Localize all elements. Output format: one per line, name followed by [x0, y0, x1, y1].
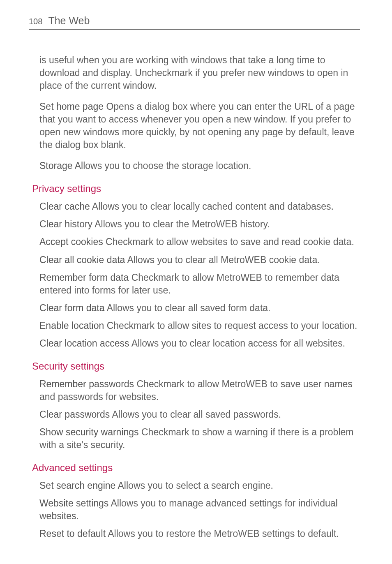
intro-paragraph: is useful when you are working with wind…: [39, 54, 360, 92]
remember-form-data-item: Remember form data Checkmark to allow Me…: [39, 271, 360, 297]
enable-location-label: Enable location: [39, 320, 104, 331]
reset-to-default-label: Reset to default: [39, 528, 106, 539]
remember-form-data-label: Remember form data: [39, 272, 129, 283]
storage-item: Storage Allows you to choose the storage…: [39, 159, 360, 172]
clear-passwords-desc: Allows you to clear all saved passwords.: [110, 409, 281, 420]
clear-all-cookie-data-label: Clear all cookie data: [39, 254, 125, 265]
set-search-engine-item: Set search engine Allows you to select a…: [39, 479, 360, 492]
website-settings-item: Website settings Allows you to manage ad…: [39, 497, 360, 522]
set-home-page-item: Set home page Opens a dialog box where y…: [39, 100, 360, 151]
enable-location-item: Enable location Checkmark to allow sites…: [39, 319, 360, 332]
set-search-engine-desc: Allows you to select a search engine.: [115, 480, 273, 491]
show-security-warnings-label: Show security warnings: [39, 427, 139, 437]
clear-location-access-desc: Allows you to clear location access for …: [129, 338, 345, 349]
clear-form-data-item: Clear form data Allows you to clear all …: [39, 302, 360, 314]
storage-desc: Allows you to choose the storage locatio…: [73, 160, 251, 171]
clear-location-access-label: Clear location access: [39, 338, 129, 349]
enable-location-desc: Checkmark to allow sites to request acce…: [104, 320, 357, 331]
clear-history-label: Clear history: [39, 219, 92, 229]
security-settings-heading: Security settings: [32, 361, 360, 372]
website-settings-label: Website settings: [39, 498, 108, 509]
clear-location-access-item: Clear location access Allows you to clea…: [39, 337, 360, 350]
page-header: 108 The Web: [29, 15, 360, 30]
storage-label: Storage: [39, 160, 73, 171]
document-page: 108 The Web is useful when you are worki…: [0, 0, 392, 564]
set-home-page-label: Set home page: [39, 101, 104, 112]
clear-passwords-item: Clear passwords Allows you to clear all …: [39, 408, 360, 421]
clear-all-cookie-data-desc: Allows you to clear all MetroWEB cookie …: [125, 254, 320, 265]
remember-passwords-label: Remember passwords: [39, 379, 134, 389]
clear-all-cookie-data-item: Clear all cookie data Allows you to clea…: [39, 254, 360, 266]
clear-form-data-desc: Allows you to clear all saved form data.: [105, 303, 271, 313]
remember-passwords-item: Remember passwords Checkmark to allow Me…: [39, 378, 360, 403]
privacy-settings-heading: Privacy settings: [32, 183, 360, 194]
reset-to-default-desc: Allows you to restore the MetroWEB setti…: [106, 528, 339, 539]
advanced-settings-heading: Advanced settings: [32, 462, 360, 474]
accept-cookies-label: Accept cookies: [39, 236, 103, 247]
clear-history-desc: Allows you to clear the MetroWEB history…: [92, 219, 270, 229]
accept-cookies-desc: Checkmark to allow websites to save and …: [103, 236, 354, 247]
accept-cookies-item: Accept cookies Checkmark to allow websit…: [39, 236, 360, 248]
clear-form-data-label: Clear form data: [39, 303, 105, 313]
clear-cache-item: Clear cache Allows you to clear locally …: [39, 200, 360, 213]
page-title: The Web: [48, 15, 90, 27]
reset-to-default-item: Reset to default Allows you to restore t…: [39, 527, 360, 540]
clear-passwords-label: Clear passwords: [39, 409, 110, 420]
clear-history-item: Clear history Allows you to clear the Me…: [39, 218, 360, 231]
clear-cache-desc: Allows you to clear locally cached conte…: [90, 201, 334, 212]
set-search-engine-label: Set search engine: [39, 480, 115, 491]
clear-cache-label: Clear cache: [39, 201, 90, 212]
show-security-warnings-item: Show security warnings Checkmark to show…: [39, 426, 360, 451]
page-number: 108: [29, 17, 42, 26]
